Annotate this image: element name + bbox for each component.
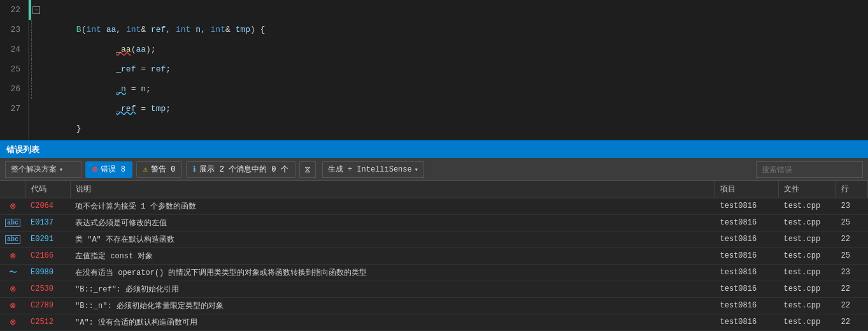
table-row[interactable]: ⊗ C2166 左值指定 const 对象 test0816 test.cpp … bbox=[0, 247, 868, 264]
gutter-line-23 bbox=[29, 20, 41, 40]
error-table-container[interactable]: 代码 说明 项目 文件 行 ⊗ C2064 项不会计算为接受 1 个参数的函数 … bbox=[0, 181, 868, 331]
row-line: 22 bbox=[836, 314, 868, 330]
row-project: test0816 bbox=[715, 198, 779, 214]
gutter-line-26 bbox=[29, 79, 41, 99]
col-header-code[interactable]: 代码 bbox=[25, 181, 70, 198]
row-line: 22 bbox=[836, 281, 868, 297]
row-desc: 类 "A" 不存在默认构造函数 bbox=[70, 231, 715, 247]
row-file: test.cpp bbox=[779, 214, 836, 231]
row-project: test0816 bbox=[715, 231, 779, 247]
row-code: E0980 bbox=[25, 264, 70, 281]
row-icon-cell: ⊗ bbox=[0, 247, 25, 264]
error-table-header: 代码 说明 项目 文件 行 bbox=[0, 181, 868, 198]
table-row[interactable]: ⊗ C2530 "B::_ref": 必须初始化引用 test0816 test… bbox=[0, 281, 868, 297]
row-icon-cell: 〜 bbox=[0, 264, 25, 281]
info-filter-button[interactable]: ℹ 展示 2 个消息中的 0 个 bbox=[186, 161, 295, 178]
col-header-icon bbox=[0, 181, 25, 198]
col-header-line[interactable]: 行 bbox=[836, 181, 868, 198]
table-row[interactable]: ⊗ C2512 "A": 没有合适的默认构造函数可用 test0816 test… bbox=[0, 314, 868, 330]
row-file: test.cpp bbox=[779, 314, 836, 330]
row-project: test0816 bbox=[715, 314, 779, 330]
error-panel: 错误列表 整个解决方案 ▾ ⊗ 错误 8 ⚠ 警告 0 ℹ 展示 2 个消息中的… bbox=[0, 140, 868, 330]
table-row[interactable]: ⊗ C2789 "B::_n": 必须初始化常量限定类型的对象 test0816… bbox=[0, 297, 868, 314]
row-code: E0137 bbox=[25, 214, 70, 231]
row-line: 25 bbox=[836, 247, 868, 264]
gutter: − bbox=[29, 0, 41, 140]
row-icon-cell: abc bbox=[0, 231, 25, 247]
error-search-input[interactable] bbox=[756, 161, 863, 178]
row-desc: 左值指定 const 对象 bbox=[70, 247, 715, 264]
squiggle-icon: 〜 bbox=[9, 268, 17, 277]
error-icon: ⊗ bbox=[10, 318, 15, 328]
table-row[interactable]: abc E0137 表达式必须是可修改的左值 test0816 test.cpp… bbox=[0, 214, 868, 231]
row-desc: "B::_n": 必须初始化常量限定类型的对象 bbox=[70, 297, 715, 314]
row-line: 23 bbox=[836, 198, 868, 214]
row-icon-cell: ⊗ bbox=[0, 314, 25, 330]
error-icon: ⊗ bbox=[10, 202, 15, 212]
gutter-line-27 bbox=[29, 99, 41, 119]
error-filter-button[interactable]: ⊗ 错误 8 bbox=[85, 161, 132, 178]
warning-filter-button[interactable]: ⚠ 警告 0 bbox=[136, 161, 183, 178]
code-line-24: _ref = ref; bbox=[46, 40, 868, 59]
row-line: 25 bbox=[836, 214, 868, 231]
build-label: 生成 + IntelliSense bbox=[328, 164, 412, 175]
error-panel-title: 错误列表 bbox=[6, 144, 39, 156]
row-project: test0816 bbox=[715, 281, 779, 297]
row-file: test.cpp bbox=[779, 198, 836, 214]
row-file: test.cpp bbox=[779, 264, 836, 281]
row-file: test.cpp bbox=[779, 247, 836, 264]
row-code: C2530 bbox=[25, 281, 70, 297]
row-desc: "A": 没有合适的默认构造函数可用 bbox=[70, 314, 715, 330]
row-project: test0816 bbox=[715, 214, 779, 231]
row-line: 23 bbox=[836, 264, 868, 281]
row-line: 22 bbox=[836, 231, 868, 247]
row-project: test0816 bbox=[715, 247, 779, 264]
line-numbers: 22 23 24 25 26 27 bbox=[0, 0, 29, 140]
fold-icon-22[interactable]: − bbox=[31, 0, 41, 20]
warning-icon: ⚠ bbox=[143, 165, 148, 174]
row-desc: 表达式必须是可修改的左值 bbox=[70, 214, 715, 231]
row-file: test.cpp bbox=[779, 297, 836, 314]
row-code: C2789 bbox=[25, 297, 70, 314]
code-editor: 22 23 24 25 26 27 − bbox=[0, 0, 868, 140]
row-file: test.cpp bbox=[779, 231, 836, 247]
build-dropdown[interactable]: 生成 + IntelliSense ▾ bbox=[322, 161, 424, 178]
error-count-label: 错误 8 bbox=[101, 164, 125, 175]
funnel-filter-button[interactable]: ⧖ bbox=[299, 161, 316, 178]
row-icon-cell: ⊗ bbox=[0, 281, 25, 297]
error-panel-header: 错误列表 bbox=[0, 142, 868, 158]
gutter-line-24 bbox=[29, 40, 41, 59]
col-header-file[interactable]: 文件 bbox=[779, 181, 836, 198]
row-line: 22 bbox=[836, 297, 868, 314]
scope-dropdown[interactable]: 整个解决方案 ▾ bbox=[5, 161, 82, 178]
row-desc: 项不会计算为接受 1 个参数的函数 bbox=[70, 198, 715, 214]
funnel-icon: ⧖ bbox=[304, 165, 311, 175]
row-code: E0291 bbox=[25, 231, 70, 247]
scope-label: 整个解决方案 bbox=[11, 164, 57, 175]
row-code: C2512 bbox=[25, 314, 70, 330]
table-row[interactable]: abc E0291 类 "A" 不存在默认构造函数 test0816 test.… bbox=[0, 231, 868, 247]
warning-abc-icon: abc bbox=[5, 235, 20, 244]
col-header-desc[interactable]: 说明 bbox=[70, 181, 715, 198]
code-content[interactable]: B(int aa, int& ref, int n, int& tmp) { _… bbox=[41, 0, 868, 140]
error-toolbar: 整个解决方案 ▾ ⊗ 错误 8 ⚠ 警告 0 ℹ 展示 2 个消息中的 0 个 … bbox=[0, 158, 868, 181]
row-desc: "B::_ref": 必须初始化引用 bbox=[70, 281, 715, 297]
row-icon-cell: ⊗ bbox=[0, 198, 25, 214]
row-project: test0816 bbox=[715, 264, 779, 281]
scope-chevron-icon: ▾ bbox=[59, 166, 63, 173]
info-icon: ℹ bbox=[193, 165, 196, 174]
row-file: test.cpp bbox=[779, 281, 836, 297]
row-code: C2166 bbox=[25, 247, 70, 264]
table-row[interactable]: 〜 E0980 在没有适当 operator() 的情况下调用类类型的对象或将函… bbox=[0, 264, 868, 281]
row-icon-cell: abc bbox=[0, 214, 25, 231]
code-line-26: _ref = tmp; bbox=[46, 79, 868, 99]
error-icon: ⊗ bbox=[10, 284, 15, 295]
table-row[interactable]: ⊗ C2064 项不会计算为接受 1 个参数的函数 test0816 test.… bbox=[0, 198, 868, 214]
gutter-line-22: − bbox=[29, 0, 41, 20]
row-desc: 在没有适当 operator() 的情况下调用类类型的对象或将函数转换到指向函数… bbox=[70, 264, 715, 281]
col-header-project[interactable]: 项目 bbox=[715, 181, 779, 198]
info-count-label: 展示 2 个消息中的 0 个 bbox=[199, 164, 288, 175]
build-chevron-icon: ▾ bbox=[415, 166, 418, 173]
error-icon: ⊗ bbox=[10, 301, 15, 312]
error-table: 代码 说明 项目 文件 行 ⊗ C2064 项不会计算为接受 1 个参数的函数 … bbox=[0, 181, 868, 331]
